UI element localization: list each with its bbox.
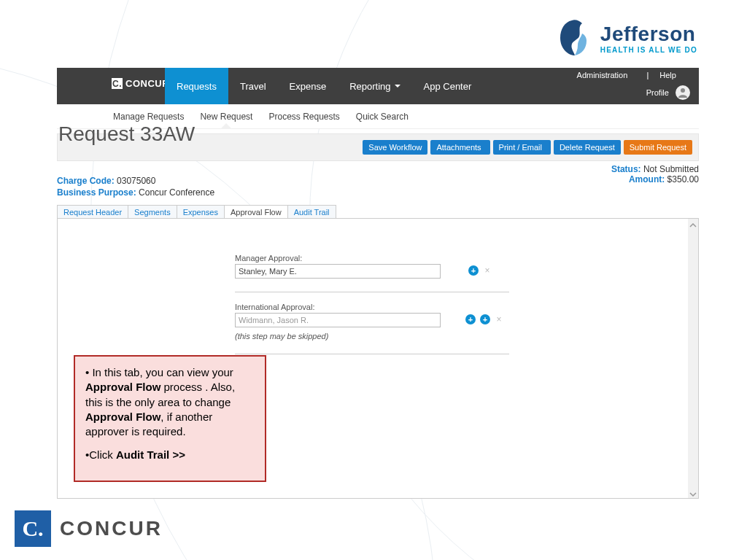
callout-text-bold: Approval Flow <box>85 411 160 423</box>
subnav-quick-search[interactable]: Quick Search <box>356 112 409 122</box>
nav-travel[interactable]: Travel <box>228 68 278 104</box>
nav-administration[interactable]: Administration <box>574 71 639 79</box>
tab-request-header[interactable]: Request Header <box>57 205 128 219</box>
jefferson-logo-icon <box>556 19 591 57</box>
button-label: Attachments <box>436 143 481 152</box>
nav-help[interactable]: Help <box>657 71 687 79</box>
jefferson-name: Jefferson <box>600 23 697 46</box>
jefferson-brand: Jefferson HEALTH IS ALL WE DO <box>556 19 697 57</box>
scrollbar[interactable] <box>688 219 698 498</box>
add-approver-after-icon[interactable]: + <box>480 314 490 324</box>
skip-step-note: (this step may be skipped) <box>235 332 509 341</box>
callout-text-bold: Audit Trail >> <box>116 448 185 461</box>
concur-brand-label: CONCUR <box>125 78 169 89</box>
print-email-button[interactable]: Print / Email <box>493 140 551 155</box>
charge-code-value: 03075060 <box>117 176 155 186</box>
international-approval-input[interactable] <box>235 313 441 327</box>
manager-approval-group: Manager Approval: + × <box>235 254 509 292</box>
callout-text: •Click <box>85 448 116 461</box>
nav-label: Travel <box>240 81 266 92</box>
svg-point-0 <box>681 88 685 93</box>
business-purpose-value: Concur Conference <box>139 187 214 198</box>
amount-label: Amount: <box>629 174 665 184</box>
nav-profile[interactable]: Profile <box>646 88 671 97</box>
button-label: Submit Request <box>630 143 686 152</box>
concur-footer-brand: C. CONCUR <box>15 510 163 547</box>
tab-expenses[interactable]: Expenses <box>177 205 225 219</box>
callout-text-bold: Approval Flow <box>85 381 160 393</box>
nav-requests[interactable]: Requests <box>165 68 228 104</box>
jefferson-tagline: HEALTH IS ALL WE DO <box>600 46 697 54</box>
charge-code-label: Charge Code: <box>57 176 115 186</box>
user-avatar-icon[interactable] <box>676 85 690 100</box>
nav-reporting[interactable]: Reporting <box>338 68 411 104</box>
nav-label: Expense <box>290 81 327 92</box>
callout-text: • In this tab, you can view your <box>85 366 233 378</box>
approval-flow-panel: Manager Approval: + × International Appr… <box>57 218 699 499</box>
status-value: Not Submitted <box>643 164 699 174</box>
nav-label: Requests <box>177 81 217 92</box>
button-label: Delete Request <box>560 143 615 152</box>
add-approver-icon[interactable]: + <box>468 265 479 276</box>
attachments-button[interactable]: Attachments <box>430 140 489 155</box>
top-nav-bar: C. CONCUR Requests Travel Expense Report… <box>57 68 699 104</box>
delete-request-button[interactable]: Delete Request <box>554 140 621 155</box>
tab-audit-trail[interactable]: Audit Trail <box>287 205 336 219</box>
concur-logo-icon: C. <box>15 510 51 547</box>
page-title: Request 33AW <box>58 122 195 146</box>
button-label: Save Workflow <box>368 143 422 152</box>
detail-tabs: Request Header Segments Expenses Approva… <box>57 205 699 219</box>
nav-label: Profile <box>646 88 669 97</box>
nav-divider: | <box>646 71 649 79</box>
international-approval-group: International Approval: + + × (this step… <box>235 303 509 354</box>
subnav-process-requests[interactable]: Process Requests <box>268 112 339 122</box>
nav-label: Reporting <box>349 81 390 92</box>
amount-value: $350.00 <box>667 174 699 184</box>
scroll-down-icon[interactable] <box>689 489 697 497</box>
add-approver-before-icon[interactable]: + <box>465 314 476 324</box>
concur-brand-small: C. CONCUR <box>112 78 169 89</box>
nav-label: Administration <box>577 71 628 79</box>
scroll-up-icon[interactable] <box>689 219 697 228</box>
nav-appcenter[interactable]: App Center <box>412 68 484 104</box>
tab-segments[interactable]: Segments <box>128 205 177 219</box>
subnav-manage-requests[interactable]: Manage Requests <box>113 112 184 122</box>
nav-label: App Center <box>424 81 472 92</box>
save-workflow-button[interactable]: Save Workflow <box>363 140 427 155</box>
chevron-down-icon <box>395 85 400 88</box>
nav-expense[interactable]: Expense <box>278 68 338 104</box>
status-label: Status: <box>611 164 641 174</box>
remove-approver-icon[interactable]: × <box>483 265 492 276</box>
business-purpose-label: Business Purpose: <box>57 187 136 198</box>
tab-approval-flow[interactable]: Approval Flow <box>224 205 288 219</box>
subnav-new-request[interactable]: New Request <box>200 112 252 122</box>
manager-approval-input[interactable] <box>235 264 441 279</box>
international-approval-label: International Approval: <box>235 303 509 311</box>
submit-request-button[interactable]: Submit Request <box>624 140 692 155</box>
nav-label: Help <box>659 71 676 79</box>
remove-approver-icon[interactable]: × <box>495 314 503 324</box>
button-label: Print / Email <box>499 143 542 152</box>
concur-footer-label: CONCUR <box>60 517 163 540</box>
manager-approval-label: Manager Approval: <box>235 254 509 262</box>
concur-mark-icon: C. <box>112 78 123 89</box>
instruction-callout: • In this tab, you can view your Approva… <box>74 355 266 482</box>
